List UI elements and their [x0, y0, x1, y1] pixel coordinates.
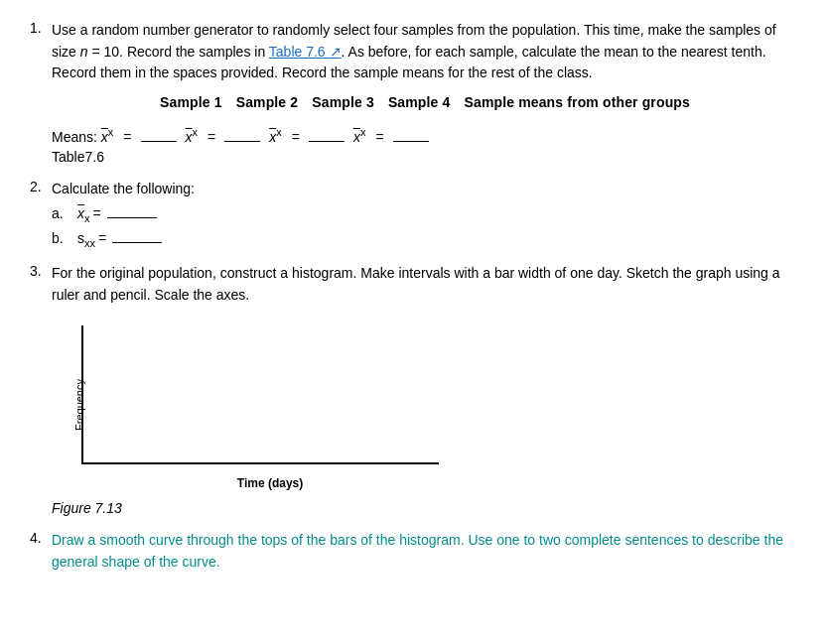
q1-number: 1. — [30, 20, 52, 84]
sample-header-1: Sample 1 — [160, 94, 222, 110]
q4-number: 4. — [30, 530, 52, 573]
table-reference: Table7.6 — [52, 149, 798, 165]
blank-1 — [141, 141, 177, 142]
xbar-3-sym: xx — [269, 126, 282, 145]
blank-2 — [224, 141, 260, 142]
question-2: 2. Calculate the following: a. xx = b. s… — [30, 179, 798, 249]
blank-3 — [309, 141, 345, 142]
sample-header-4: Sample 4 — [388, 94, 451, 110]
q2-block: 2. Calculate the following: — [30, 179, 798, 200]
x-axis-label: Time (days) — [237, 476, 303, 490]
question-4: 4. Draw a smooth curve through the tops … — [30, 530, 798, 573]
blank-4 — [393, 141, 429, 142]
sub-a-content: xx = — [77, 205, 160, 224]
q2-sub-b: b. sxx = — [52, 230, 798, 249]
q2-sub-questions: a. xx = b. sxx = — [52, 205, 798, 249]
xbar-x-sym: x — [101, 129, 108, 145]
figure-label: Figure 7.13 — [52, 500, 798, 516]
xbar-2-sym: xx — [186, 126, 199, 145]
table-link[interactable]: Table 7.6 ↗ — [269, 44, 342, 60]
sub-b-label: b. — [52, 230, 77, 246]
chart-container: Frequency Time (days) — [52, 316, 449, 494]
chart-box — [81, 325, 439, 464]
xbar-4-sym: xx — [353, 126, 366, 145]
sub-a-blank — [107, 217, 157, 218]
sample-header-2: Sample 2 — [236, 94, 299, 110]
sub-b-blank — [112, 242, 162, 243]
q3-text: For the original population, construct a… — [52, 263, 798, 306]
q2-text: Calculate the following: — [52, 179, 195, 200]
q1-block: 1. Use a random number generator to rand… — [30, 20, 798, 84]
q2-sub-a: a. xx = — [52, 205, 798, 224]
q2-number: 2. — [30, 179, 52, 200]
question-3: 3. For the original population, construc… — [30, 263, 798, 516]
means-line: Means: xx = xx = xx = xx = — [52, 126, 798, 145]
sub-b-var: sxx — [77, 230, 95, 249]
histogram-chart-area: Frequency Time (days) — [52, 316, 449, 494]
q3-block: 3. For the original population, construc… — [30, 263, 798, 306]
sub-a-var: xx — [77, 205, 90, 224]
q3-number: 3. — [30, 263, 52, 306]
question-1: 1. Use a random number generator to rand… — [30, 20, 798, 165]
sub-b-content: sxx = — [77, 230, 165, 249]
content-wrapper: 1. Use a random number generator to rand… — [30, 20, 798, 574]
sub-a-label: a. — [52, 205, 77, 221]
sample-headers: Sample 1 Sample 2 Sample 3 Sample 4 Samp… — [52, 94, 798, 110]
q4-text: Draw a smooth curve through the tops of … — [52, 530, 798, 573]
q1-text: Use a random number generator to randoml… — [52, 20, 798, 84]
sample-header-other: Sample means from other groups — [464, 94, 689, 110]
sample-header-3: Sample 3 — [312, 94, 374, 110]
q4-block-inner: 4. Draw a smooth curve through the tops … — [30, 530, 798, 573]
means-label: Means: xx — [52, 126, 113, 145]
